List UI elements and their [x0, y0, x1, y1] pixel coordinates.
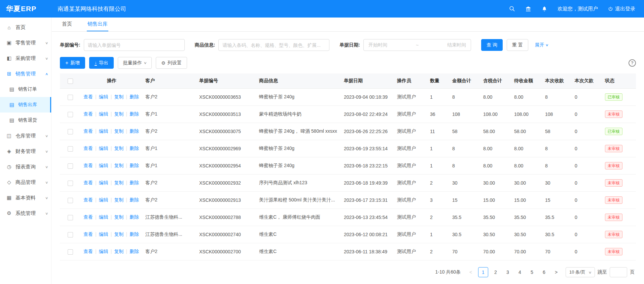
cell-customer: 客户2 — [143, 89, 196, 106]
export-button[interactable]: ↓ 导出 — [89, 57, 114, 69]
add-button[interactable]: + 新增 — [60, 57, 85, 69]
pagination-page-4[interactable]: 4 — [515, 267, 525, 277]
action-edit[interactable]: 编辑 — [99, 180, 108, 185]
action-divider: | — [95, 94, 97, 99]
action-delete[interactable]: 删除 — [130, 197, 139, 202]
row-checkbox[interactable] — [68, 112, 73, 117]
action-delete[interactable]: 删除 — [130, 128, 139, 134]
action-view[interactable]: 查看 — [83, 197, 93, 202]
action-edit[interactable]: 编辑 — [99, 146, 108, 151]
bill-date-label: 单据日期: — [339, 42, 360, 48]
action-edit[interactable]: 编辑 — [99, 94, 108, 99]
row-checkbox[interactable] — [68, 215, 73, 220]
action-copy[interactable]: 复制 — [114, 146, 123, 151]
row-checkbox[interactable] — [68, 249, 73, 255]
sidebar-item-report[interactable]: ◷报表查询∨ — [0, 159, 51, 175]
row-checkbox[interactable] — [68, 198, 73, 203]
reset-button[interactable]: 重 置 — [507, 39, 528, 51]
notification-icon[interactable] — [541, 6, 547, 12]
power-icon — [608, 6, 613, 11]
expand-link[interactable]: 展开 ∨ — [535, 42, 548, 48]
action-delete[interactable]: 删除 — [130, 146, 139, 151]
action-copy[interactable]: 复制 — [114, 197, 123, 202]
sidebar-item-sale[interactable]: ⊞销售管理∧ — [0, 66, 51, 82]
sidebar-item-warehouse[interactable]: ◫仓库管理∨ — [0, 128, 51, 144]
action-copy[interactable]: 复制 — [114, 231, 123, 237]
jump-page-input[interactable] — [610, 267, 627, 277]
action-view[interactable]: 查看 — [83, 163, 93, 168]
pagination-page-6[interactable]: 6 — [539, 267, 549, 277]
bill-no-input[interactable] — [84, 39, 185, 51]
page-size-select[interactable]: 10 条/页∨ — [566, 267, 595, 277]
action-edit[interactable]: 编辑 — [99, 231, 108, 237]
pagination-next[interactable]: > — [551, 267, 561, 277]
action-delete[interactable]: 删除 — [130, 180, 139, 185]
search-icon[interactable] — [509, 6, 515, 12]
action-delete[interactable]: 删除 — [130, 111, 139, 117]
action-delete[interactable]: 删除 — [130, 249, 139, 254]
action-copy[interactable]: 复制 — [114, 128, 123, 134]
action-delete[interactable]: 删除 — [130, 231, 139, 237]
action-view[interactable]: 查看 — [83, 249, 93, 254]
search-button[interactable]: 查 询 — [481, 39, 503, 51]
tab-home[interactable]: 首页 — [61, 18, 73, 31]
row-checkbox[interactable] — [68, 95, 73, 100]
export-label: 导出 — [99, 60, 108, 66]
action-edit[interactable]: 编辑 — [99, 128, 108, 134]
pagination-page-1[interactable]: 1 — [478, 267, 488, 277]
action-edit[interactable]: 编辑 — [99, 111, 108, 117]
action-edit[interactable]: 编辑 — [99, 249, 108, 254]
product-info-input[interactable] — [218, 39, 329, 51]
action-edit[interactable]: 编辑 — [99, 163, 108, 168]
action-view[interactable]: 查看 — [83, 180, 93, 185]
column-settings-button[interactable]: ⚙ 列设置 — [156, 57, 187, 69]
date-range-picker[interactable]: 开始时间 ~ 结束时间 — [363, 39, 471, 51]
header-checkbox[interactable] — [68, 78, 73, 84]
app-logo[interactable]: 华夏ERP — [0, 4, 51, 13]
cell-total: 30.5 — [450, 226, 480, 243]
row-checkbox[interactable] — [68, 163, 73, 169]
action-delete[interactable]: 删除 — [130, 214, 139, 220]
action-view[interactable]: 查看 — [83, 231, 93, 237]
action-view[interactable]: 查看 — [83, 214, 93, 220]
help-icon[interactable]: ? — [629, 59, 636, 67]
sidebar-item-product[interactable]: ◇商品管理∨ — [0, 175, 51, 190]
sidebar-item-sale-return[interactable]: ▤销售退货 — [0, 113, 51, 128]
action-edit[interactable]: 编辑 — [99, 197, 108, 202]
sidebar-item-system[interactable]: ⚙系统管理∨ — [0, 206, 51, 221]
action-view[interactable]: 查看 — [83, 111, 93, 117]
row-checkbox[interactable] — [68, 129, 73, 134]
action-copy[interactable]: 复制 — [114, 180, 123, 185]
action-copy[interactable]: 复制 — [114, 249, 123, 254]
sidebar-item-sale-out[interactable]: ▤销售出库 — [0, 97, 51, 113]
row-checkbox[interactable] — [68, 232, 73, 238]
pagination-page-2[interactable]: 2 — [491, 267, 500, 277]
action-copy[interactable]: 复制 — [114, 163, 123, 168]
batch-operations-button[interactable]: 批量操作 ∨ — [118, 57, 152, 69]
tab-sale-out[interactable]: 销售出库 — [87, 18, 108, 31]
action-view[interactable]: 查看 — [83, 128, 93, 134]
action-view[interactable]: 查看 — [83, 94, 93, 99]
platform-icon[interactable] — [525, 6, 531, 12]
sidebar-item-home[interactable]: ⌂首页 — [0, 20, 51, 35]
sidebar-item-basedata[interactable]: ▦基本资料∨ — [0, 190, 51, 206]
sidebar-item-purchase[interactable]: ◧采购管理∨ — [0, 51, 51, 66]
row-checkbox[interactable] — [68, 146, 73, 152]
action-delete[interactable]: 删除 — [130, 163, 139, 168]
row-checkbox[interactable] — [68, 181, 73, 186]
action-view[interactable]: 查看 — [83, 146, 93, 151]
action-divider: | — [95, 231, 97, 237]
action-copy[interactable]: 复制 — [114, 214, 123, 220]
date-end-placeholder: 结束时间 — [447, 42, 466, 48]
pagination-page-5[interactable]: 5 — [527, 267, 537, 277]
sidebar-item-sale-order[interactable]: ▤销售订单 — [0, 82, 51, 97]
action-copy[interactable]: 复制 — [114, 94, 123, 99]
action-delete[interactable]: 删除 — [130, 94, 139, 99]
pagination-prev[interactable]: < — [466, 267, 475, 277]
logout-button[interactable]: 退出登录 — [608, 6, 635, 12]
action-copy[interactable]: 复制 — [114, 111, 123, 117]
sidebar-item-retail[interactable]: ▣零售管理∨ — [0, 35, 51, 51]
action-edit[interactable]: 编辑 — [99, 214, 108, 220]
sidebar-item-finance[interactable]: ◈财务管理∨ — [0, 144, 51, 159]
pagination-page-3[interactable]: 3 — [503, 267, 512, 277]
